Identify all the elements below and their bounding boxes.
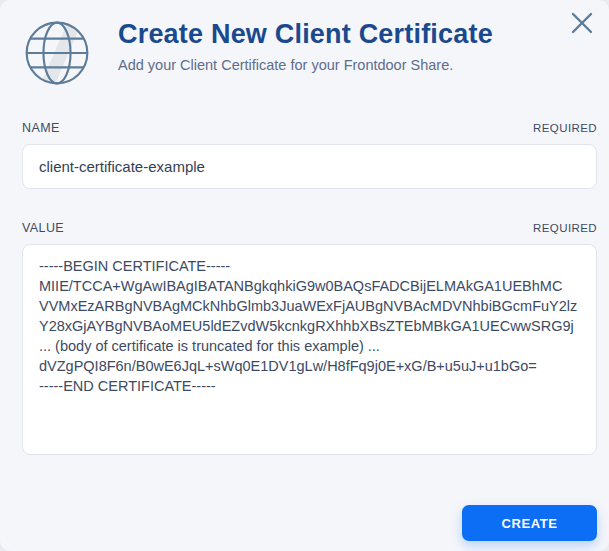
name-label: NAME [22,121,60,135]
name-label-row: NAME REQUIRED [22,121,597,135]
field-spacer [22,189,597,221]
value-label: VALUE [22,221,64,235]
close-icon [569,10,595,36]
value-textarea[interactable]: -----BEGIN CERTIFICATE----- MIIE/TCCA+Wg… [22,244,597,455]
value-label-row: VALUE REQUIRED [22,221,597,235]
modal-subtitle: Add your Client Certificate for your Fro… [118,57,561,74]
modal-title: Create New Client Certificate [118,20,561,50]
modal-header: Create New Client Certificate Add your C… [0,0,609,96]
value-required-badge: REQUIRED [533,222,597,234]
create-client-certificate-modal: Create New Client Certificate Add your C… [0,0,609,551]
name-field-group: NAME REQUIRED [22,121,597,189]
create-button[interactable]: CREATE [462,505,597,541]
value-field-group: VALUE REQUIRED -----BEGIN CERTIFICATE---… [22,221,597,455]
name-input[interactable] [22,144,597,189]
name-required-badge: REQUIRED [533,122,597,134]
globe-icon [16,12,98,94]
certificate-form: NAME REQUIRED VALUE REQUIRED -----BEGIN … [22,121,597,455]
close-button[interactable] [567,8,597,38]
